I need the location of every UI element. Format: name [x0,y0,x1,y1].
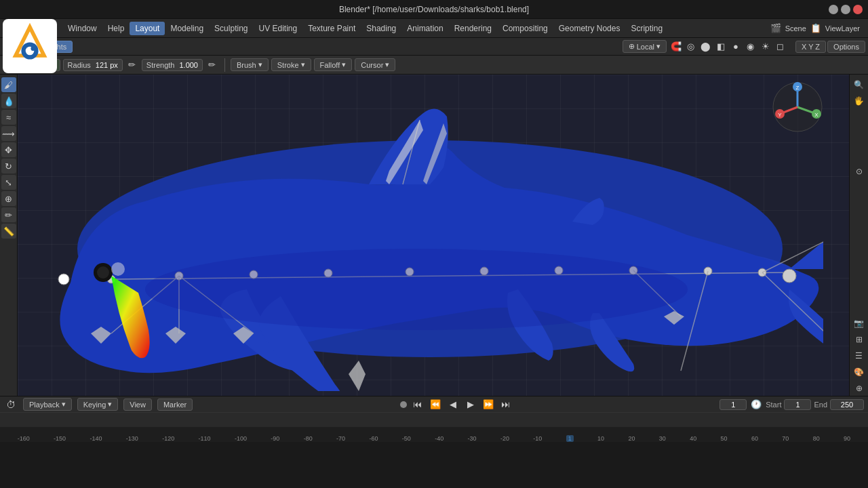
weight-paint-toolbar: Weight 1.000 Radius 121 px ✏ Strength 1.… [0,56,868,75]
camera-btn[interactable]: 📷 [852,316,867,331]
pan-btn[interactable]: 🖐 [852,94,867,108]
current-frame-input[interactable] [719,399,747,410]
svg-marker-29 [349,361,366,391]
menu-window[interactable]: Window [62,22,102,35]
brush-settings-btn[interactable]: 🎨 [852,365,867,380]
scene-selector[interactable]: 🎬 [769,22,783,35]
move-tool[interactable]: ✥ [1,142,16,157]
right-toolbar: 🔍 🖐 ⊙ 📷 ⊞ ☰ 🎨 ⊕ [849,75,868,396]
paint-brush-tool[interactable]: 🖌 [1,77,16,92]
orbit-btn[interactable]: ⊙ [852,164,867,179]
maximize-button[interactable] [841,5,850,14]
play-reverse-btn[interactable]: ◀ [446,398,460,411]
properties-btn[interactable]: ☰ [852,348,867,363]
magnify-btn[interactable]: 🔍 [852,77,867,92]
menu-animation[interactable]: Animation [401,22,448,35]
ruler-tick: -150 [54,435,66,442]
svg-point-3 [31,46,35,51]
end-frame-input[interactable] [830,399,864,410]
vertex-group-btn[interactable]: ⊕ [852,381,867,396]
stroke-btn[interactable]: Stroke ▾ [271,58,311,71]
menu-texture-paint[interactable]: Texture Paint [302,22,361,35]
marker-btn[interactable]: Marker [157,399,193,411]
playback-btn[interactable]: Playback ▾ [23,398,72,411]
svg-text:X: X [814,112,818,118]
stroke-label: Stroke [277,61,299,69]
timeline-view-btn[interactable]: View [123,399,152,411]
ruler-tick: 90 [844,435,850,442]
radius-field[interactable]: Radius 121 px [63,59,123,71]
transform-space-btn[interactable]: ⊕ Local ▾ [623,40,667,53]
menu-rendering[interactable]: Rendering [449,22,497,35]
playback-sync-icon[interactable]: ⏱ [4,398,18,411]
average-tool[interactable]: ≈ [1,110,16,125]
cursor-label: Cursor [361,61,383,69]
ruler-tick: 30 [659,435,666,442]
brush-btn[interactable]: Brush ▾ [231,58,269,71]
view-layer-icon[interactable]: 📋 [809,22,823,35]
svg-point-35 [97,266,109,279]
next-keyframe-btn[interactable]: ⏩ [481,398,495,411]
menu-sculpting[interactable]: Sculpting [209,22,253,35]
start-frame-input[interactable] [784,399,811,410]
grid-btn[interactable]: ⊞ [852,332,867,347]
play-btn[interactable]: ▶ [464,398,477,411]
scale-tool[interactable]: ⤡ [1,175,16,190]
shading-solid-icon[interactable]: ● [729,40,743,54]
xyz-display: X Y Z [795,41,826,53]
snap-icon[interactable]: 🧲 [669,40,683,54]
ruler-current-frame: 1 [566,435,574,442]
menu-compositing[interactable]: Compositing [497,22,553,35]
transform-tool[interactable]: ⊕ [1,191,16,206]
keying-btn[interactable]: Keying ▾ [77,398,119,411]
options-btn[interactable]: Options [827,41,865,53]
cursor-btn[interactable]: Cursor ▾ [355,58,395,71]
svg-point-37 [58,274,69,285]
ruler-tick: -140 [90,435,102,442]
menu-geometry-nodes[interactable]: Geometry Nodes [553,22,626,35]
window-title: Blender* [/home/user/Downloads/sharks/bo… [339,5,529,14]
ruler-tick: -60 [369,435,378,442]
proportional-edit-icon[interactable]: ◎ [684,40,698,54]
annotate-tool[interactable]: ✏ [1,207,16,222]
menu-help[interactable]: Help [102,22,130,35]
rotate-tool[interactable]: ↻ [1,159,16,174]
playhead-indicator [400,401,407,408]
viewport-gizmo[interactable]: Z X Y [770,80,825,136]
measure-tool[interactable]: 📏 [1,224,16,239]
jump-end-btn[interactable]: ⏭ [499,398,513,411]
shark-container [18,75,849,396]
prev-keyframe-btn[interactable]: ⏪ [429,398,442,411]
menu-scripting[interactable]: Scripting [625,22,668,35]
falloff-btn[interactable]: Falloff ▾ [314,58,353,71]
shading-rendered-icon[interactable]: ☀ [759,40,772,54]
radius-label: Radius [68,61,91,69]
falloff-label: Falloff [320,61,340,69]
menu-shading[interactable]: Shading [361,22,401,35]
blur-tool[interactable]: 💧 [1,94,16,108]
smear-tool[interactable]: ⟿ [1,126,16,141]
menu-layout[interactable]: Layout [130,22,165,35]
ruler-tick: 10 [597,435,604,442]
menu-modeling[interactable]: Modeling [165,22,209,35]
end-label: End [814,401,827,409]
minimize-button[interactable] [829,5,838,14]
ruler-tick: -120 [162,435,174,442]
view-layer-label: ViewLayer [825,24,860,33]
ruler-tick: -10 [533,435,542,442]
jump-start-btn[interactable]: ⏮ [411,398,425,411]
svg-point-38 [145,249,688,330]
ruler-tick: -130 [126,435,138,442]
viewport[interactable]: Z X Y [18,75,849,396]
xray-icon[interactable]: ◧ [714,40,728,54]
transform-space-chevron: ▾ [656,42,660,51]
shading-material-icon[interactable]: ◉ [744,40,757,54]
overlay-icon[interactable]: ⬤ [699,40,713,54]
strength-field[interactable]: Strength 1.000 [142,59,203,71]
menu-uv-editing[interactable]: UV Editing [253,22,302,35]
shading-wireframe-icon[interactable]: ◻ [774,40,787,54]
ruler-tick: 50 [721,435,728,442]
close-button[interactable] [853,5,863,14]
menu-bar: Window Help Layout Modeling Sculpting UV… [0,19,868,38]
ruler-tick: -50 [402,435,411,442]
